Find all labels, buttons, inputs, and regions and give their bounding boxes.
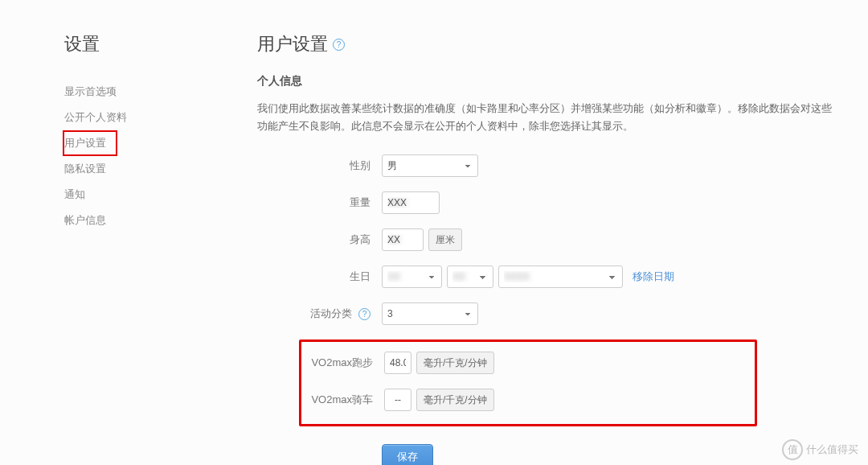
weight-label: 重量 <box>257 195 382 210</box>
sidebar-item-account-info[interactable]: 帐户信息 <box>64 208 106 233</box>
watermark-icon: 值 <box>782 439 803 460</box>
vo2bike-label: VO2max骑车 <box>301 393 384 407</box>
gender-select[interactable]: 男 <box>382 154 478 177</box>
vo2run-input[interactable] <box>384 352 411 374</box>
section-title: 个人信息 <box>257 74 836 88</box>
sidebar-title: 设置 <box>64 32 257 56</box>
birthday-month-select[interactable]: XX <box>382 265 442 288</box>
vo2bike-input[interactable] <box>384 389 411 411</box>
help-icon[interactable]: ? <box>333 39 345 51</box>
remove-date-link[interactable]: 移除日期 <box>633 270 674 284</box>
activity-help-icon[interactable]: ? <box>358 308 371 320</box>
gender-label: 性别 <box>257 158 382 173</box>
activity-label: 活动分类 ? <box>257 307 382 321</box>
sidebar-item-display-prefs[interactable]: 显示首选项 <box>64 79 117 105</box>
sidebar-item-notifications[interactable]: 通知 <box>64 182 85 208</box>
main-content: 用户设置 ? 个人信息 我们使用此数据改善某些统计数据的准确度（如卡路里和心率分… <box>257 32 868 465</box>
sidebar-item-public-profile[interactable]: 公开个人资料 <box>64 105 127 130</box>
section-description: 我们使用此数据改善某些统计数据的准确度（如卡路里和心率分区）并增强某些功能（如分… <box>257 100 836 135</box>
page-title: 用户设置 ? <box>257 32 836 56</box>
height-unit: 厘米 <box>428 228 462 251</box>
vo2max-highlight-box: VO2max跑步 毫升/千克/分钟 VO2max骑车 毫升/千克/分钟 <box>299 339 757 426</box>
height-input[interactable] <box>382 228 424 251</box>
watermark: 值 什么值得买 <box>782 439 858 460</box>
birthday-label: 生日 <box>257 270 382 284</box>
settings-sidebar: 设置 显示首选项 公开个人资料 用户设置 隐私设置 通知 帐户信息 <box>64 32 257 465</box>
sidebar-item-privacy[interactable]: 隐私设置 <box>64 156 106 182</box>
activity-select[interactable]: 3 <box>382 302 478 325</box>
vo2run-unit: 毫升/千克/分钟 <box>416 352 494 374</box>
save-button[interactable]: 保存 <box>382 444 433 465</box>
page-title-text: 用户设置 <box>257 32 328 56</box>
weight-input[interactable] <box>382 191 440 214</box>
birthday-year-select[interactable]: XXXX <box>498 265 623 288</box>
vo2run-label: VO2max跑步 <box>301 356 384 370</box>
height-label: 身高 <box>257 232 382 247</box>
birthday-day-select[interactable]: XX <box>447 265 493 288</box>
vo2bike-unit: 毫升/千克/分钟 <box>416 389 494 411</box>
sidebar-item-user-settings[interactable]: 用户设置 <box>63 130 117 156</box>
watermark-text: 什么值得买 <box>806 442 858 457</box>
